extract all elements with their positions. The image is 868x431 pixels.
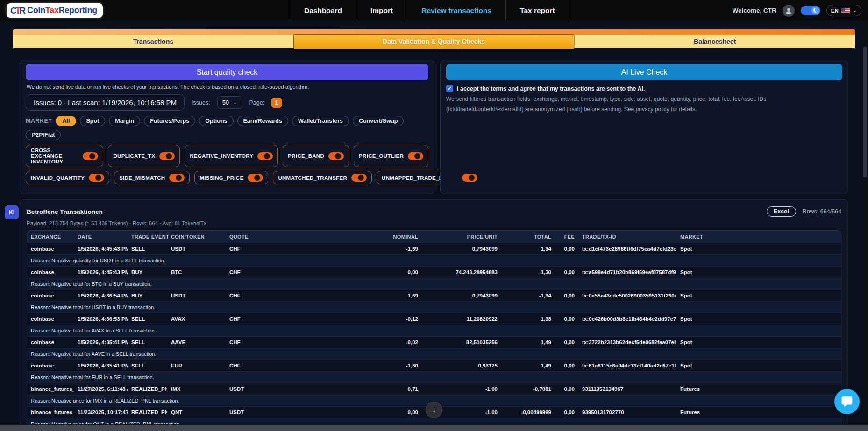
market-chip-p2p-fiat[interactable]: P2P/Fiat [26, 130, 61, 140]
cell: 93950131702770 [578, 407, 676, 418]
start-quality-check-button[interactable]: Start quality check [26, 64, 428, 80]
rule-chip-price-band[interactable]: PRICE_BAND [283, 145, 349, 167]
tab-balancesheet[interactable]: Balancesheet [574, 35, 855, 48]
cell: REALIZED_PNL [128, 383, 167, 395]
rule-chip-unmatched-transfer[interactable]: UNMATCHED_TRANSFER [273, 171, 372, 184]
cell: tx:d1cf473c28986ff6df75ca4d7cfd23eb5d957… [578, 243, 676, 255]
ai-disclaimer: We send filtered transaction fields: exc… [446, 94, 842, 114]
rule-toggle-on[interactable] [83, 152, 98, 160]
column-header-trade-tx-id[interactable]: TRADE/TX-ID [578, 231, 676, 243]
rule-chip-price-outlier[interactable]: PRICE_OUTLIER [354, 145, 428, 167]
market-chip-earn-rewards[interactable]: Earn/Rewards [237, 116, 288, 126]
vertical-scrollbar [862, 21, 868, 424]
rule-toggle-on[interactable] [257, 152, 273, 160]
table-row[interactable]: coinbase1/5/2026, 4:45:43 PMBUYBTCCHF0,0… [27, 267, 841, 278]
cell: 1,69 [366, 290, 422, 302]
page-number-badge[interactable]: 1 [271, 98, 282, 108]
person-icon [785, 7, 792, 14]
cell: 1/5/2026, 4:45:43 PM [74, 267, 128, 278]
table-row[interactable]: coinbase1/5/2026, 4:35:41 PMSELLAAVECHF-… [27, 337, 841, 348]
tab-data-validation-quality-checks[interactable]: Data Validation & Quality Checks [293, 34, 575, 49]
cell: CHF [226, 337, 366, 348]
cell: 1/5/2026, 4:36:53 PM [74, 313, 128, 325]
cell: 93111353134967 [578, 383, 676, 395]
cell: coinbase [27, 290, 74, 302]
reason-cell: Reason: Negative total for EUR in a SELL… [27, 372, 841, 383]
rule-chip-missing-price[interactable]: MISSING_PRICE [194, 171, 268, 184]
rule-label: SIDE_MISMATCH [119, 175, 165, 181]
column-header-exchange[interactable]: EXCHANGE [27, 231, 74, 243]
cell: 1/5/2026, 4:36:54 PM [74, 290, 128, 302]
user-avatar[interactable] [783, 5, 795, 17]
rule-toggle-on[interactable] [328, 152, 344, 160]
column-header-coin-token[interactable]: COIN/TOKEN [167, 231, 226, 243]
toggle-knob [358, 175, 364, 181]
table-row[interactable]: binance_futures_um11/27/2025, 6:11:48 AM… [27, 383, 841, 395]
rule-toggle-on[interactable] [351, 174, 367, 182]
column-header-market[interactable]: MARKET [676, 231, 841, 243]
column-header-fee[interactable]: FEE [555, 231, 578, 243]
cell: coinbase [27, 243, 74, 255]
bottom-bar [0, 424, 868, 431]
cell: 1/5/2026, 4:45:43 PM [74, 243, 128, 255]
theme-toggle[interactable] [801, 6, 820, 15]
app-logo[interactable]: CTR CoinTaxReporting [7, 3, 103, 18]
column-header-nominal[interactable]: NOMINAL [366, 231, 422, 243]
cell: AVAX [167, 313, 226, 325]
issues-per-page-select[interactable]: 50 ⌄ [217, 96, 242, 109]
scroll-down-button[interactable]: ↓ [426, 402, 442, 418]
column-header-date[interactable]: DATE [74, 231, 128, 243]
scrollbar-thumb[interactable] [863, 47, 867, 177]
cell: binance_futures_um [27, 383, 74, 395]
ki-badge[interactable]: KI [5, 205, 19, 219]
table-row[interactable]: coinbase1/5/2026, 4:36:54 PMBUYUSDTCHF1,… [27, 290, 841, 302]
market-chip-convert-swap[interactable]: Convert/Swap [353, 116, 404, 126]
cell: BUY [128, 290, 167, 302]
market-chip-futures-perps[interactable]: Futures/Perps [144, 116, 195, 126]
table-row[interactable]: coinbase1/5/2026, 4:45:43 PMSELLUSDTCHF-… [27, 243, 841, 255]
reason-cell: Reason: Negative total for USDT in a BUY… [27, 302, 841, 313]
column-header-quote[interactable]: QUOTE [226, 231, 366, 243]
chat-widget-button[interactable] [834, 389, 860, 414]
excel-export-button[interactable]: Excel [767, 206, 796, 217]
nav-item-dashboard[interactable]: Dashboard [290, 0, 356, 21]
column-header-price-unit[interactable]: PRICE/UNIT [422, 231, 501, 243]
quality-check-panel: Start quality check We do not send live … [20, 60, 434, 194]
nav-item-review-transactions[interactable]: Review transactions [407, 0, 506, 21]
rule-toggle-on[interactable] [159, 152, 175, 160]
nav-item-tax-report[interactable]: Tax report [506, 0, 569, 21]
rule-chip-duplicate-tx[interactable]: DUPLICATE_TX [108, 145, 180, 167]
market-chip-all[interactable]: All [56, 116, 76, 126]
column-header-total[interactable]: TOTAL [501, 231, 555, 243]
cell: Spot [676, 267, 841, 278]
language-selector[interactable]: EN ⌄ [826, 5, 861, 16]
nav-item-import[interactable]: Import [356, 0, 407, 21]
rule-chip-negative-inventory[interactable]: NEGATIVE_INVENTORY [185, 145, 278, 167]
market-chip-spot[interactable]: Spot [80, 116, 105, 126]
tab-transactions[interactable]: Transactions [13, 35, 293, 48]
panels-row: Start quality check We do not send live … [20, 60, 848, 194]
rule-toggle-on[interactable] [408, 152, 423, 160]
rule-toggle-on[interactable] [248, 174, 263, 182]
table-row[interactable]: coinbase1/5/2026, 4:36:53 PMSELLAVAXCHF-… [27, 313, 841, 325]
rule-chip-cross-exchange-inventory[interactable]: CROSS-EXCHANGE INVENTORY [26, 145, 103, 167]
market-chip-margin[interactable]: Margin [109, 116, 140, 126]
column-header-trade-event[interactable]: TRADE EVENT [128, 231, 167, 243]
cell: BTC [167, 267, 226, 278]
rule-toggle-on[interactable] [462, 174, 477, 182]
rule-chip-invalid-quantity[interactable]: INVALID_QUANTITY [26, 171, 109, 184]
market-chip-wallet-transfers[interactable]: Wallet/Transfers [292, 116, 349, 126]
cell: 0,00 [366, 407, 422, 418]
rule-chip-side-mismatch[interactable]: SIDE_MISMATCH [114, 171, 190, 184]
cell: SELL [128, 360, 167, 372]
consent-checkbox[interactable]: ✓ [446, 85, 453, 92]
issues-label: Issues: [192, 99, 210, 106]
rule-toggle-on[interactable] [169, 174, 185, 182]
ai-live-check-button[interactable]: AI Live Check [446, 64, 842, 80]
rules-row-2: INVALID_QUANTITYSIDE_MISMATCHMISSING_PRI… [26, 171, 428, 184]
market-chip-options[interactable]: Options [199, 116, 233, 126]
cell: -0,7081 [501, 383, 555, 395]
rule-toggle-on[interactable] [89, 174, 104, 182]
table-row[interactable]: coinbase1/5/2026, 4:35:41 PMSELLEURCHF-1… [27, 360, 841, 372]
reason-cell: Reason: Negative quantity for USDT in a … [27, 255, 841, 267]
